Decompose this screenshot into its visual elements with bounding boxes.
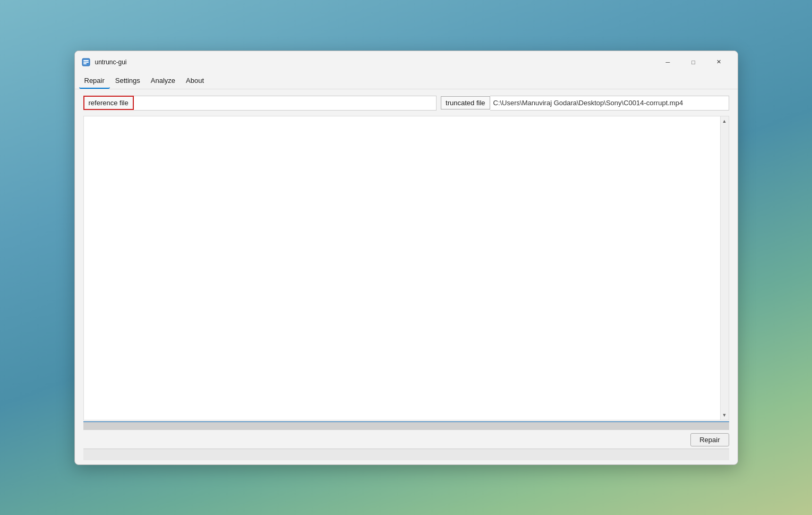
log-area-wrapper: ▲ ▼ [83, 116, 729, 420]
reference-file-input[interactable] [134, 96, 437, 111]
file-row: reference file truncated file [83, 96, 729, 111]
window-title: untrunc-gui [95, 58, 656, 66]
svg-rect-2 [83, 62, 89, 63]
progress-bar-inner [83, 422, 729, 430]
title-bar: untrunc-gui ─ □ ✕ [75, 51, 738, 73]
close-button[interactable]: ✕ [707, 54, 731, 71]
scroll-down-arrow[interactable]: ▼ [721, 411, 728, 419]
bottom-row: Repair [83, 430, 729, 449]
window-controls: ─ □ ✕ [656, 54, 731, 71]
menu-item-about[interactable]: About [181, 73, 209, 89]
minimize-button[interactable]: ─ [656, 54, 680, 71]
menu-bar: Repair Settings Analyze About [75, 73, 738, 89]
status-bar [83, 449, 729, 460]
scrollbar-track[interactable]: ▲ ▼ [720, 116, 729, 420]
truncated-file-input[interactable] [490, 96, 729, 111]
svg-rect-3 [83, 63, 87, 64]
repair-button[interactable]: Repair [690, 433, 729, 446]
progress-bar-container [83, 421, 729, 430]
log-area[interactable] [84, 116, 720, 420]
app-icon [81, 57, 91, 67]
content-area: reference file truncated file ▲ ▼ Repair [75, 89, 738, 465]
reference-file-label[interactable]: reference file [83, 96, 134, 110]
menu-item-analyze[interactable]: Analyze [146, 73, 181, 89]
main-window: untrunc-gui ─ □ ✕ Repair Settings Analyz… [74, 50, 738, 465]
svg-rect-1 [83, 60, 89, 61]
menu-item-repair[interactable]: Repair [79, 73, 110, 89]
truncated-file-label[interactable]: truncated file [441, 96, 490, 109]
menu-item-settings[interactable]: Settings [110, 73, 146, 89]
scroll-up-arrow[interactable]: ▲ [721, 117, 728, 125]
maximize-button[interactable]: □ [681, 54, 706, 71]
